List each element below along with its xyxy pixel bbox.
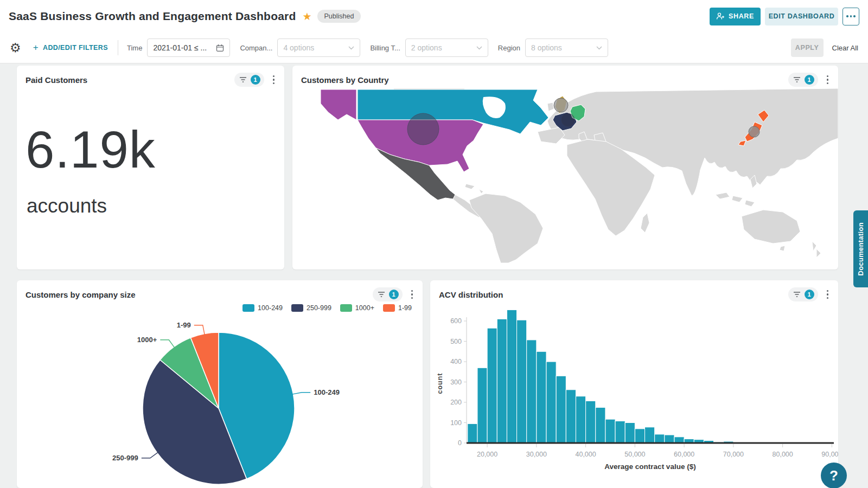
histogram-bar [487, 328, 497, 443]
filter-company-label: Compan... [240, 44, 272, 52]
histogram-bar [477, 368, 487, 443]
filter-bar: ⚙ + ADD/EDIT FILTERS Time 2021-01-01 ≤ .… [0, 33, 868, 63]
kpi-value: 6.19k [25, 120, 156, 179]
filter-region: Region 8 options [498, 38, 608, 57]
time-filter-input[interactable]: 2021-01-01 ≤ ... [147, 38, 230, 57]
svg-text:400: 400 [450, 358, 462, 365]
company-size-pie-chart[interactable]: 100-249250-9991000+1-99 [17, 300, 423, 488]
billing-filter-value: 2 options [411, 43, 476, 52]
filter-count-badge: 1 [389, 290, 399, 299]
histogram-bar [655, 434, 665, 443]
share-button-label: SHARE [729, 12, 754, 20]
histogram-bar [468, 423, 477, 443]
acv-histogram-chart[interactable]: 010020030040050060020,00030,00040,00050,… [430, 300, 838, 488]
status-badge: Published [317, 10, 361, 23]
chevron-down-icon [348, 46, 354, 50]
card-title: Customers by Country [301, 75, 788, 85]
share-button[interactable]: SHARE [710, 8, 761, 25]
edit-dashboard-button[interactable]: EDIT DASHBOARD [765, 8, 838, 25]
paid-customers-card: Paid Customers 1 6.19k accounts [17, 66, 284, 269]
kebab-menu-icon[interactable] [825, 73, 831, 87]
gear-icon[interactable]: ⚙ [10, 41, 21, 55]
histogram-bar [566, 390, 576, 443]
histogram-bar [674, 437, 684, 443]
chevron-down-icon [596, 46, 602, 50]
histogram-bar [497, 319, 507, 443]
pie-callout-label: 1-99 [177, 321, 191, 329]
svg-text:20,000: 20,000 [477, 451, 497, 458]
clear-all-button[interactable]: Clear All [832, 44, 858, 52]
svg-text:80,000: 80,000 [773, 451, 793, 458]
y-axis-label: count [436, 373, 444, 394]
map-bubble-japan [749, 126, 760, 137]
svg-text:40,000: 40,000 [575, 451, 596, 458]
funnel-icon [239, 76, 247, 83]
map-bubble-france [561, 113, 575, 126]
pie-callout-label: 100-249 [314, 388, 340, 396]
svg-text:500: 500 [450, 338, 462, 345]
region-filter-select[interactable]: 8 options [525, 38, 608, 57]
histogram-bar [556, 376, 566, 443]
funnel-icon [793, 76, 801, 83]
kebab-menu-icon[interactable] [825, 288, 831, 301]
histogram-bar [576, 396, 585, 443]
svg-text:300: 300 [450, 378, 462, 386]
svg-text:100: 100 [450, 419, 462, 427]
company-filter-select[interactable]: 4 options [277, 38, 360, 57]
world-choropleth-map[interactable] [292, 86, 838, 265]
histogram-bar [605, 419, 615, 443]
kebab-menu-icon[interactable] [409, 288, 416, 301]
histogram-bar [517, 320, 527, 443]
svg-text:0: 0 [458, 439, 462, 447]
kpi-unit-label: accounts [27, 195, 107, 217]
histogram-bar [625, 423, 635, 444]
favorite-star-icon[interactable]: ★ [302, 10, 311, 22]
map-bubble-usa [407, 113, 439, 145]
company-filter-value: 4 options [283, 43, 348, 52]
svg-text:70,000: 70,000 [723, 451, 744, 458]
help-button[interactable]: ? [821, 463, 847, 488]
page-title: SaaS Business Growth and Engagement Dash… [9, 10, 296, 23]
card-title: Paid Customers [25, 75, 234, 85]
filter-count-badge: 1 [805, 290, 814, 299]
more-menu-button[interactable] [843, 8, 859, 25]
histogram-bar [546, 362, 556, 443]
share-person-icon [716, 12, 725, 20]
company-size-card: Customers by company size 1 100-249250-9… [17, 280, 423, 488]
filter-count-badge: 1 [805, 75, 814, 85]
filter-company: Compan... 4 options [240, 38, 360, 57]
ellipsis-icon [846, 15, 856, 17]
funnel-icon [793, 291, 801, 298]
filter-billing-label: Billing T... [370, 44, 400, 52]
pie-callout-label: 1000+ [137, 336, 157, 344]
svg-text:600: 600 [450, 317, 462, 325]
top-bar: SaaS Business Growth and Engagement Dash… [0, 0, 868, 33]
filter-time: Time 2021-01-01 ≤ ... [127, 38, 230, 57]
histogram-bar [527, 340, 537, 443]
card-title: Customers by company size [25, 290, 373, 299]
histogram-bar [645, 427, 655, 443]
apply-button-label: APPLY [795, 44, 819, 52]
widget-filter-pill[interactable]: 1 [788, 73, 818, 87]
svg-text:30,000: 30,000 [526, 451, 547, 458]
apply-button[interactable]: APPLY [791, 38, 824, 57]
chevron-down-icon [476, 46, 482, 50]
time-filter-value: 2021-01-01 ≤ ... [153, 43, 216, 52]
funnel-icon [378, 291, 385, 298]
billing-filter-select[interactable]: 2 options [405, 38, 488, 57]
histogram-bar [586, 401, 596, 443]
kebab-menu-icon[interactable] [271, 73, 277, 87]
svg-text:90,000: 90,000 [821, 451, 838, 458]
histogram-bar [507, 310, 516, 443]
region-filter-value: 8 options [531, 43, 596, 52]
add-edit-filters-label: ADD/EDIT FILTERS [43, 44, 108, 52]
calendar-icon [216, 44, 224, 52]
add-edit-filters-button[interactable]: + ADD/EDIT FILTERS [33, 42, 108, 53]
widget-filter-pill[interactable]: 1 [234, 73, 264, 87]
divider [118, 40, 118, 55]
filter-billing: Billing T... 2 options [370, 38, 488, 57]
customers-by-country-card: Customers by Country 1 [292, 66, 838, 269]
filter-count-badge: 1 [251, 75, 260, 85]
documentation-tab[interactable]: Documentation [853, 210, 868, 287]
histogram-bar [615, 421, 625, 444]
